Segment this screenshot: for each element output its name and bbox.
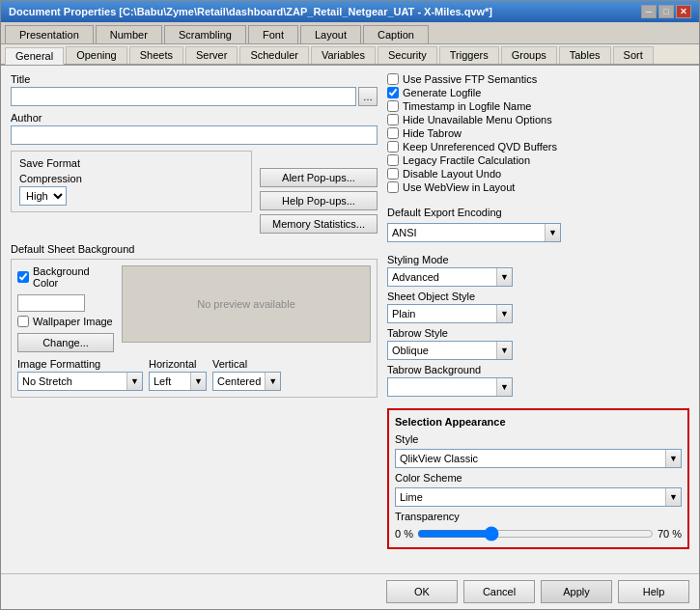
- horizontal-dropdown[interactable]: Left ▼: [149, 372, 207, 391]
- wallpaper-label: Wallpaper Image: [33, 316, 113, 327]
- maximize-button[interactable]: □: [658, 5, 674, 18]
- tab-sort[interactable]: Sort: [613, 46, 654, 64]
- bg-color-checkbox[interactable]: [17, 271, 29, 283]
- title-input-wrap: …: [11, 87, 378, 106]
- title-input[interactable]: [11, 87, 356, 106]
- cb-hide-tabrow-label: Hide Tabrow: [403, 127, 462, 139]
- cb-passive-ftp: Use Passive FTP Semantics: [387, 73, 689, 85]
- change-button[interactable]: Change...: [17, 333, 114, 352]
- cancel-button[interactable]: Cancel: [463, 580, 535, 603]
- main-window: Document Properties [C:\Babu\Zyme\Retail…: [0, 0, 700, 610]
- tab-variables[interactable]: Variables: [311, 46, 376, 64]
- sheet-object-style-arrow[interactable]: ▼: [496, 305, 512, 322]
- cb-hide-tabrow-input[interactable]: [387, 127, 399, 139]
- tabrow-style-arrow[interactable]: ▼: [496, 342, 512, 359]
- cb-passive-ftp-input[interactable]: [387, 73, 399, 85]
- save-format-section: Save Format Compression High Alert Pop-u…: [11, 151, 378, 234]
- styling-mode-group: Styling Mode Advanced ▼: [387, 254, 689, 287]
- transparency-max: 70 %: [658, 528, 682, 540]
- tab-scheduler[interactable]: Scheduler: [239, 46, 309, 64]
- help-popups-button[interactable]: Help Pop-ups...: [260, 191, 378, 210]
- cb-webview: Use WebView in Layout: [387, 181, 689, 193]
- styling-mode-label: Styling Mode: [387, 254, 689, 265]
- tab-top-number[interactable]: Number: [96, 25, 162, 43]
- horizontal-group: Horizontal Left ▼: [149, 358, 207, 391]
- color-scheme-dropdown[interactable]: Lime ▼: [395, 487, 682, 507]
- author-label: Author: [11, 112, 378, 124]
- compression-select[interactable]: High: [19, 186, 67, 206]
- horizontal-arrow[interactable]: ▼: [190, 373, 206, 390]
- tab-general[interactable]: General: [5, 47, 64, 65]
- tabrow-background-arrow[interactable]: ▼: [496, 378, 512, 396]
- cb-keep-unreferenced-input[interactable]: [387, 141, 399, 152]
- cb-passive-ftp-label: Use Passive FTP Semantics: [403, 73, 537, 85]
- tabrow-style-group: Tabrow Style Oblique ▼: [387, 327, 689, 360]
- tab-tables[interactable]: Tables: [559, 46, 611, 64]
- cb-generate-logfile-label: Generate Logfile: [403, 87, 481, 98]
- default-export-dropdown[interactable]: ANSI ▼: [387, 223, 561, 242]
- tab-opening[interactable]: Opening: [66, 46, 127, 64]
- apply-button[interactable]: Apply: [541, 580, 612, 603]
- tab-triggers[interactable]: Triggers: [439, 46, 499, 64]
- color-scheme-label: Color Scheme: [395, 472, 682, 484]
- author-field-group: Author: [11, 112, 378, 145]
- title-bar-controls: ─ □ ✕: [641, 5, 691, 18]
- minimize-button[interactable]: ─: [641, 5, 657, 18]
- close-button[interactable]: ✕: [676, 5, 691, 18]
- cb-timestamp-input[interactable]: [387, 100, 399, 112]
- style-group: Style QlikView Classic ▼: [395, 433, 682, 468]
- sheet-object-style-dropdown[interactable]: Plain ▼: [387, 304, 513, 323]
- cb-legacy-fractile-input[interactable]: [387, 154, 399, 166]
- help-button[interactable]: Help: [618, 580, 689, 603]
- tab-top-layout[interactable]: Layout: [300, 25, 361, 43]
- horizontal-label: Horizontal: [149, 358, 207, 370]
- styling-mode-arrow[interactable]: ▼: [496, 268, 512, 286]
- vertical-dropdown[interactable]: Centered ▼: [212, 372, 281, 391]
- tab-top-font[interactable]: Font: [248, 25, 298, 43]
- transparency-group: Transparency 0 % 70 %: [395, 511, 682, 541]
- selection-appearance-title: Selection Appearance: [395, 416, 682, 428]
- default-export-arrow[interactable]: ▼: [545, 224, 560, 241]
- tabrow-style-label: Tabrow Style: [387, 327, 689, 339]
- cb-disable-layout-input[interactable]: [387, 168, 399, 180]
- checkboxes-section: Use Passive FTP Semantics Generate Logfi…: [387, 73, 689, 195]
- alert-popups-button[interactable]: Alert Pop-ups...: [260, 168, 378, 187]
- tab-sheets[interactable]: Sheets: [129, 46, 183, 64]
- styling-mode-dropdown[interactable]: Advanced ▼: [387, 267, 513, 287]
- cb-hide-unavailable-input[interactable]: [387, 114, 399, 125]
- style-arrow[interactable]: ▼: [665, 450, 681, 467]
- author-input[interactable]: [11, 125, 378, 145]
- tab-top-caption[interactable]: Caption: [363, 25, 429, 43]
- vertical-label: Vertical: [212, 358, 281, 370]
- tabrow-style-dropdown[interactable]: Oblique ▼: [387, 341, 513, 360]
- cb-disable-layout: Disable Layout Undo: [387, 168, 689, 180]
- vertical-arrow[interactable]: ▼: [265, 373, 280, 390]
- title-dots-button[interactable]: …: [358, 87, 378, 106]
- cb-generate-logfile-input[interactable]: [387, 87, 399, 98]
- transparency-slider[interactable]: [417, 526, 654, 541]
- sub-tab-bar: General Opening Sheets Server Scheduler …: [1, 44, 699, 66]
- tab-security[interactable]: Security: [378, 46, 437, 64]
- ok-button[interactable]: OK: [386, 580, 458, 603]
- compression-label: Compression: [19, 173, 243, 184]
- tab-top-presentation[interactable]: Presentation: [5, 25, 94, 43]
- memory-statistics-button[interactable]: Memory Statistics...: [260, 214, 378, 234]
- right-panel: Use Passive FTP Semantics Generate Logfi…: [387, 73, 689, 566]
- color-scheme-arrow[interactable]: ▼: [665, 488, 681, 506]
- color-box[interactable]: [17, 294, 85, 312]
- style-dropdown[interactable]: QlikView Classic ▼: [395, 449, 682, 468]
- sheet-bg-inner: Background Color Wallpaper Image Change.…: [11, 259, 378, 398]
- footer: OK Cancel Apply Help: [1, 573, 699, 609]
- tabrow-background-dropdown[interactable]: ▼: [387, 377, 513, 397]
- cb-webview-label: Use WebView in Layout: [403, 181, 515, 193]
- image-formatting-dropdown[interactable]: No Stretch ▼: [17, 372, 143, 391]
- wallpaper-checkbox[interactable]: [17, 316, 29, 327]
- tab-top-scrambling[interactable]: Scrambling: [164, 25, 246, 43]
- cb-webview-input[interactable]: [387, 181, 399, 193]
- tab-server[interactable]: Server: [185, 46, 238, 64]
- cb-timestamp-label: Timestamp in Logfile Name: [403, 100, 531, 112]
- image-formatting-arrow[interactable]: ▼: [126, 373, 142, 390]
- preview-box: No preview available: [122, 265, 371, 343]
- cb-hide-unavailable: Hide Unavailable Menu Options: [387, 114, 689, 125]
- tab-groups[interactable]: Groups: [501, 46, 557, 64]
